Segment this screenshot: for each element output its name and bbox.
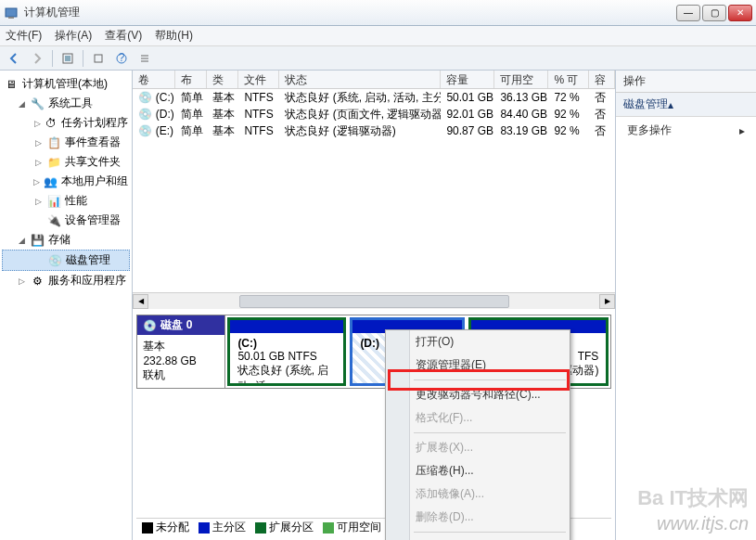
perf-icon: 📊	[46, 194, 61, 209]
legend-swatch	[255, 522, 266, 534]
col-fs[interactable]: 文件系统	[238, 71, 279, 88]
legend-swatch	[323, 522, 334, 534]
actions-more[interactable]: 更多操作▸	[616, 117, 756, 144]
tree-label: 计算机管理(本地)	[22, 76, 108, 92]
ctx-explorer[interactable]: 资源管理器(E)	[386, 354, 570, 377]
svg-rect-0	[6, 8, 17, 17]
minimize-button[interactable]: —	[676, 5, 700, 21]
tree-eventviewer[interactable]: ▷📋事件查看器	[2, 133, 130, 152]
drive-icon: 💿	[138, 91, 152, 104]
toolbar: ?	[0, 46, 756, 71]
tree-label: 存储	[48, 232, 70, 248]
volume-rows: 💿 (C:) 简单 基本 NTFS 状态良好 (系统, 启动, 活动, 主分区)…	[133, 89, 615, 139]
cell: 92 %	[548, 124, 589, 137]
up-button[interactable]	[58, 48, 78, 69]
col-capacity[interactable]: 容量	[441, 71, 494, 88]
tree-tasksched[interactable]: ▷⏱任务计划程序	[2, 113, 130, 133]
computer-icon: 🖥	[4, 77, 19, 92]
expander-icon[interactable]: ◢	[17, 236, 26, 245]
col-free[interactable]: 可用空间	[494, 71, 548, 88]
cell: 否	[589, 90, 615, 106]
collapse-icon: ▴	[668, 98, 673, 111]
window-title: 计算机管理	[24, 5, 676, 20]
refresh-button[interactable]	[88, 48, 109, 69]
storage-icon: 💾	[30, 233, 45, 248]
scroll-right-button[interactable]: ▶	[599, 294, 615, 309]
cell: (E:)	[156, 124, 173, 137]
scroll-left-button[interactable]: ◀	[133, 294, 148, 309]
tree-storage[interactable]: ◢💾存储	[2, 230, 130, 250]
svg-rect-4	[95, 55, 102, 62]
col-volume[interactable]: 卷	[133, 71, 175, 88]
volume-row[interactable]: 💿 (D:) 简单 基本 NTFS 状态良好 (页面文件, 逻辑驱动器) 92.…	[133, 106, 615, 122]
cell: 否	[589, 123, 615, 139]
tree-label: 系统工具	[48, 96, 93, 111]
disk-type: 基本	[143, 339, 219, 354]
legend-label: 未分配	[156, 521, 189, 534]
help-button[interactable]: ?	[111, 48, 132, 69]
menu-file[interactable]: 文件(F)	[6, 28, 42, 44]
users-icon: 👥	[44, 174, 58, 189]
partition-info: 50.01 GB NTFS	[237, 350, 316, 363]
cell: 92 %	[548, 108, 589, 121]
back-button[interactable]	[4, 48, 24, 69]
forward-button[interactable]	[27, 48, 47, 69]
cell: 简单	[175, 90, 207, 106]
cell: 36.13 GB	[494, 91, 548, 104]
tools-icon: 🔧	[30, 96, 45, 111]
ctx-delete: 删除卷(D)...	[386, 506, 570, 529]
drive-icon: 💿	[138, 108, 152, 121]
legend-swatch	[142, 522, 153, 534]
partition-status: 状态良好 (系统, 启动, 活	[237, 364, 328, 386]
col-ft[interactable]: 容错	[589, 71, 615, 88]
ctx-change-letter[interactable]: 更改驱动器号和路径(C)...	[386, 383, 570, 406]
cell: 基本	[207, 90, 238, 106]
volume-header: 卷 布局 类型 文件系统 状态 容量 可用空间 % 可用 容错	[133, 71, 615, 89]
cell: NTFS	[238, 124, 279, 137]
actions-panel: 操作 磁盘管理▴ 更多操作▸	[616, 71, 756, 540]
maximize-button[interactable]: ▢	[702, 5, 726, 21]
volume-row[interactable]: 💿 (C:) 简单 基本 NTFS 状态良好 (系统, 启动, 活动, 主分区)…	[133, 89, 615, 106]
tree-devmgr[interactable]: 🔌设备管理器	[2, 211, 130, 230]
legend-label: 主分区	[212, 521, 246, 534]
cell: 83.19 GB	[494, 124, 548, 137]
col-layout[interactable]: 布局	[175, 71, 207, 88]
disk-icon: 💿	[47, 253, 62, 268]
col-type[interactable]: 类型	[207, 71, 238, 88]
menu-help[interactable]: 帮助(H)	[155, 28, 193, 44]
tree-label: 磁盘管理	[66, 252, 110, 268]
menu-action[interactable]: 操作(A)	[55, 28, 92, 44]
ctx-open[interactable]: 打开(O)	[386, 330, 570, 354]
disk-info[interactable]: 💿磁盘 0 基本 232.88 GB 联机	[136, 315, 225, 389]
ctx-shrink[interactable]: 压缩卷(H)...	[386, 459, 570, 482]
expander-icon[interactable]: ◢	[17, 99, 26, 109]
cell: 状态良好 (页面文件, 逻辑驱动器)	[279, 107, 441, 122]
services-icon: ⚙	[30, 274, 45, 289]
partition-c[interactable]: (C:) 50.01 GB NTFS 状态良好 (系统, 启动, 活	[227, 317, 346, 386]
menu-view[interactable]: 查看(V)	[105, 28, 142, 44]
drive-icon: 💿	[138, 124, 152, 137]
ctx-props[interactable]: 属性(P)	[386, 535, 570, 540]
cell: 50.01 GB	[441, 91, 494, 104]
horizontal-scrollbar[interactable]: ◀ ▶	[133, 292, 615, 309]
volume-row[interactable]: 💿 (E:) 简单 基本 NTFS 状态良好 (逻辑驱动器) 90.87 GB …	[133, 122, 615, 139]
tree-systools[interactable]: ◢🔧系统工具	[2, 94, 130, 113]
tree-perf[interactable]: ▷📊性能	[2, 191, 130, 211]
col-pct[interactable]: % 可用	[548, 71, 589, 88]
svg-text:?: ?	[119, 52, 125, 64]
close-button[interactable]: ✕	[728, 5, 752, 21]
tree-users[interactable]: ▷👥本地用户和组	[2, 172, 130, 191]
col-status[interactable]: 状态	[279, 71, 441, 88]
cell: NTFS	[238, 91, 279, 104]
actions-diskmgmt[interactable]: 磁盘管理▴	[616, 93, 756, 117]
tree-diskmgmt[interactable]: 💿磁盘管理	[2, 250, 130, 271]
tree-label: 本地用户和组	[61, 174, 128, 189]
tree-shared[interactable]: ▷📁共享文件夹	[2, 152, 130, 172]
tree-label: 服务和应用程序	[48, 273, 126, 289]
tree-services[interactable]: ▷⚙服务和应用程序	[2, 271, 130, 290]
scroll-thumb[interactable]	[239, 295, 510, 308]
tree-root[interactable]: 🖥计算机管理(本地)	[2, 74, 130, 94]
cell: 否	[589, 107, 615, 122]
legend-label: 扩展分区	[269, 521, 314, 534]
list-button[interactable]	[135, 48, 155, 69]
